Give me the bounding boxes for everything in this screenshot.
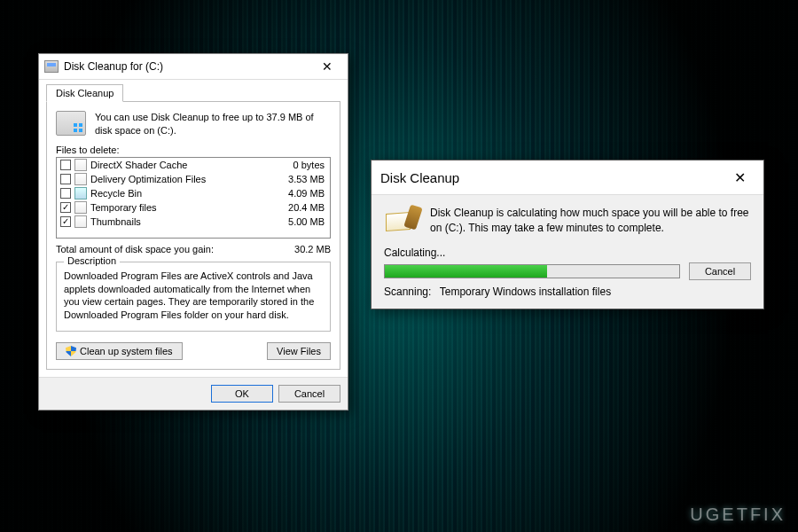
tab-disk-cleanup[interactable]: Disk Cleanup xyxy=(46,84,123,102)
item-name: Thumbnails xyxy=(90,216,271,227)
intro-text: You can use Disk Cleanup to free up to 3… xyxy=(95,111,331,137)
scanning-value: Temporary Windows installation files xyxy=(440,286,611,298)
drive-icon xyxy=(44,60,59,73)
disk-cleanup-dialog: Disk Cleanup for (C:) ✕ Disk Cleanup You… xyxy=(38,53,348,411)
watermark: UGETFIX xyxy=(690,505,786,525)
list-item[interactable]: Recycle Bin 4.09 MB xyxy=(57,186,330,200)
window-title: Disk Cleanup for (C:) xyxy=(64,60,312,73)
calculating-label: Calculating... xyxy=(384,246,751,259)
close-button[interactable]: ✕ xyxy=(312,58,342,75)
list-item[interactable]: DirectX Shader Cache 0 bytes xyxy=(57,158,330,172)
window-title: Disk Cleanup xyxy=(380,170,724,185)
button-label: Clean up system files xyxy=(80,346,173,356)
file-icon xyxy=(74,215,87,228)
total-row: Total amount of disk space you gain: 30.… xyxy=(56,244,331,254)
intro-row: You can use Disk Cleanup to free up to 3… xyxy=(56,111,331,137)
item-name: DirectX Shader Cache xyxy=(90,160,271,170)
tabstrip: Disk Cleanup xyxy=(39,80,348,101)
recycle-bin-icon xyxy=(74,187,87,200)
description-legend: Description xyxy=(64,255,120,266)
list-item[interactable]: ✓ Thumbnails 5.00 MB xyxy=(57,215,330,229)
intro-row: Disk Cleanup is calculating how much spa… xyxy=(384,200,751,245)
titlebar[interactable]: Disk Cleanup ✕ xyxy=(372,160,763,194)
intro-text: Disk Cleanup is calculating how much spa… xyxy=(430,206,751,236)
titlebar[interactable]: Disk Cleanup for (C:) ✕ xyxy=(39,54,348,80)
item-size: 5.00 MB xyxy=(275,216,325,227)
description-text: Downloaded Program Files are ActiveX con… xyxy=(64,270,323,322)
tab-panel: You can use Disk Cleanup to free up to 3… xyxy=(46,101,340,370)
shield-icon xyxy=(66,346,76,356)
item-size: 3.53 MB xyxy=(275,174,325,184)
file-icon xyxy=(74,159,87,171)
cleanup-system-files-button[interactable]: Clean up system files xyxy=(56,342,183,360)
progress-row: Cancel xyxy=(384,262,751,280)
checkbox[interactable]: ✓ xyxy=(60,216,71,227)
panel-buttons: Clean up system files View Files xyxy=(56,342,331,360)
close-button[interactable]: ✕ xyxy=(724,168,755,187)
cancel-button[interactable]: Cancel xyxy=(278,385,340,403)
dialog-body: Disk Cleanup is calculating how much spa… xyxy=(372,194,763,309)
file-icon xyxy=(74,201,87,214)
progress-bar xyxy=(384,264,680,278)
checkbox[interactable] xyxy=(60,188,71,199)
item-name: Recycle Bin xyxy=(90,188,271,199)
item-size: 4.09 MB xyxy=(275,188,325,199)
item-size: 0 bytes xyxy=(275,160,325,170)
progress-fill xyxy=(385,265,547,278)
cancel-button[interactable]: Cancel xyxy=(689,262,751,280)
scanning-label: Scanning: xyxy=(384,286,431,298)
files-to-delete-label: Files to delete: xyxy=(56,145,331,155)
list-item[interactable]: Delivery Optimization Files 3.53 MB xyxy=(57,172,330,186)
view-files-button[interactable]: View Files xyxy=(267,342,331,360)
checkbox[interactable] xyxy=(60,160,71,170)
item-size: 20.4 MB xyxy=(275,202,325,213)
list-item[interactable]: ✓ Temporary files 20.4 MB xyxy=(57,200,330,215)
checkbox[interactable]: ✓ xyxy=(60,202,71,213)
file-icon xyxy=(74,173,87,185)
checkbox[interactable] xyxy=(60,174,71,184)
disk-cleanup-calculating-dialog: Disk Cleanup ✕ Disk Cleanup is calculati… xyxy=(371,160,764,309)
cleanup-icon xyxy=(384,206,419,236)
description-group: Description Downloaded Program Files are… xyxy=(56,262,331,332)
file-list[interactable]: DirectX Shader Cache 0 bytes Delivery Op… xyxy=(56,157,331,239)
item-name: Delivery Optimization Files xyxy=(90,174,271,184)
ok-button[interactable]: OK xyxy=(211,385,273,403)
dialog-footer: OK Cancel xyxy=(39,377,348,410)
item-name: Temporary files xyxy=(90,202,271,213)
total-label: Total amount of disk space you gain: xyxy=(56,244,294,254)
scanning-row: Scanning: Temporary Windows installation… xyxy=(384,286,751,298)
total-value: 30.2 MB xyxy=(294,244,331,254)
drive-large-icon xyxy=(56,111,86,136)
